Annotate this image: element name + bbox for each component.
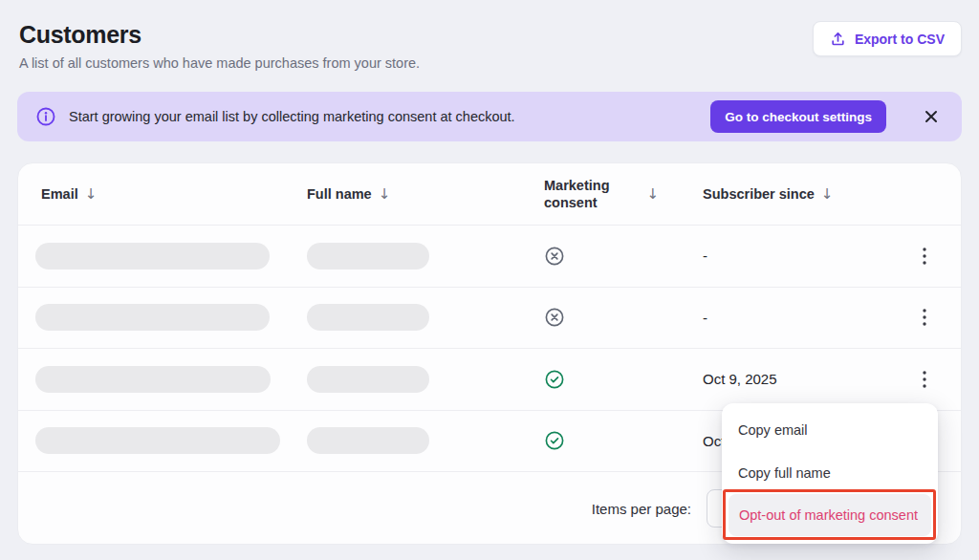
customers-page: Customers A list of all customers who ha… xyxy=(0,0,979,560)
full-name-placeholder-pill xyxy=(307,304,429,331)
column-header-marketing-consent[interactable]: Marketing consent ↓ xyxy=(544,177,687,211)
banner-message: Start growing your email list by collect… xyxy=(69,109,515,124)
column-header-subscriber-since[interactable]: Subscriber since ↓ xyxy=(687,185,905,203)
consent-declined-icon xyxy=(544,307,687,328)
column-header-full-name[interactable]: Full name ↓ xyxy=(307,185,544,203)
go-to-checkout-settings-button[interactable]: Go to checkout settings xyxy=(710,100,886,133)
subscriber-since-value: Oct 9, 2025 xyxy=(687,371,905,387)
subscriber-since-value: - xyxy=(687,310,905,326)
menu-item-copy-full-name[interactable]: Copy full name xyxy=(722,451,938,494)
row-actions-menu: Copy email Copy full name Opt-out of mar… xyxy=(722,403,938,544)
close-icon[interactable] xyxy=(924,109,939,124)
sort-desc-icon: ↓ xyxy=(379,185,391,203)
full-name-placeholder-pill xyxy=(307,427,429,454)
page-subtitle: A list of all customers who have made pu… xyxy=(19,55,962,71)
subscriber-since-value: - xyxy=(687,248,905,264)
row-actions-kebab-button[interactable] xyxy=(905,298,944,336)
consent-granted-icon xyxy=(544,430,687,451)
menu-item-opt-out-marketing-consent[interactable]: Opt-out of marketing consent xyxy=(729,494,931,536)
row-actions-kebab-button[interactable] xyxy=(905,237,944,275)
table-row: - xyxy=(18,287,961,349)
consent-declined-icon xyxy=(544,246,687,267)
marketing-consent-banner: Start growing your email list by collect… xyxy=(17,92,962,141)
email-placeholder-pill xyxy=(35,243,270,269)
column-header-email[interactable]: Email ↓ xyxy=(41,185,307,203)
export-csv-button[interactable]: Export to CSV xyxy=(813,21,962,56)
full-name-placeholder-pill xyxy=(307,243,429,269)
items-per-page-label: Items per page: xyxy=(592,501,691,517)
table-row: - xyxy=(18,225,961,287)
email-placeholder-pill xyxy=(35,427,280,454)
table-header-row: Email ↓ Full name ↓ Marketing consent ↓ … xyxy=(18,163,961,225)
export-csv-label: Export to CSV xyxy=(855,32,945,47)
email-placeholder-pill xyxy=(35,366,271,393)
upload-icon xyxy=(830,31,846,47)
sort-desc-icon: ↓ xyxy=(85,185,98,203)
consent-granted-icon xyxy=(544,369,687,390)
row-actions-kebab-button[interactable] xyxy=(905,360,944,398)
sort-desc-icon: ↓ xyxy=(821,185,834,203)
info-icon xyxy=(35,106,56,127)
menu-item-copy-email[interactable]: Copy email xyxy=(722,408,938,451)
page-header: Customers A list of all customers who ha… xyxy=(0,0,979,92)
sort-desc-icon: ↓ xyxy=(646,185,659,203)
email-placeholder-pill xyxy=(35,304,270,331)
table-row: Oct 9, 2025 xyxy=(18,348,961,410)
full-name-placeholder-pill xyxy=(307,366,429,393)
